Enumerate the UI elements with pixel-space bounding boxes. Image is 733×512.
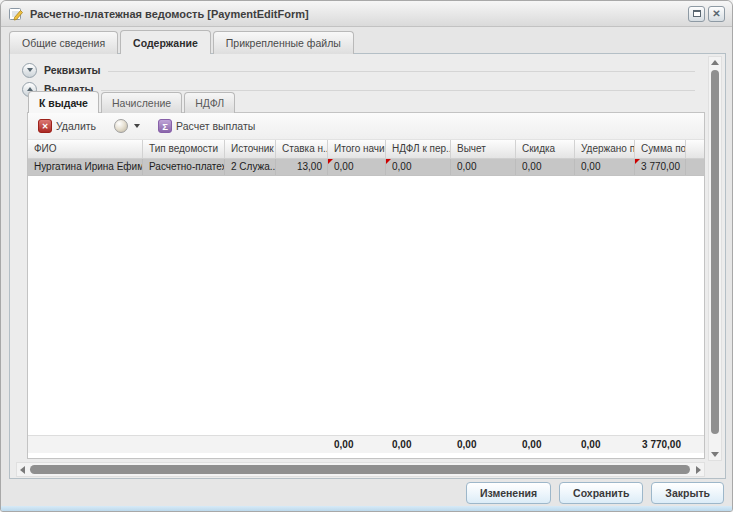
payments-tabbar: К выдаче Начисление НДФЛ	[28, 91, 235, 113]
tab-general-info[interactable]: Общие сведения	[9, 31, 118, 54]
summary-cell: 3 770,00	[635, 436, 686, 453]
close-window-button[interactable]: Закрыть	[651, 482, 724, 504]
vertical-scrollbar[interactable]	[708, 56, 722, 461]
edit-form-icon	[8, 6, 24, 22]
cell: 13,00	[276, 159, 328, 175]
calc-payment-button[interactable]: Σ Расчет выплаты	[155, 117, 258, 135]
summary-cell: 0,00	[386, 436, 451, 453]
save-button[interactable]: Сохранить	[559, 482, 643, 504]
cell: Расчетно-платеж...	[143, 159, 225, 175]
grid-toolbar: ✕ Удалить Σ Расчет выплаты	[28, 113, 704, 140]
summary-cell: 0,00	[328, 436, 386, 453]
button-label: Сохранить	[573, 487, 629, 499]
maximize-button[interactable]	[688, 6, 705, 22]
grid-header: ФИОТип ведомостиИсточникСтавка н...Итого…	[28, 140, 704, 159]
window-title: Расчетно-платежная ведомость [PaymentEdi…	[30, 8, 685, 20]
arrow-down-icon	[711, 452, 719, 457]
arrow-up-icon	[711, 60, 719, 65]
vertical-scroll-thumb[interactable]	[711, 70, 719, 434]
divider	[108, 71, 695, 72]
summary-cell	[276, 436, 328, 453]
column-header[interactable]: НДФЛ к пер...	[386, 140, 451, 158]
grid-rows: Нургатина Ирина Ефимов...Расчетно-платеж…	[28, 159, 704, 176]
column-header[interactable]: Удержано по...	[575, 140, 635, 158]
column-header[interactable]: Ставка н...	[276, 140, 328, 158]
tab-label: Общие сведения	[22, 37, 105, 49]
tab-accrual[interactable]: Начисление	[101, 92, 182, 113]
column-header[interactable]: Сумма по...	[635, 140, 686, 158]
sigma-icon: Σ	[158, 119, 172, 133]
requisites-collapse-toggle[interactable]	[22, 63, 37, 78]
cell: Нургатина Ирина Ефимов...	[28, 159, 143, 175]
column-header-spacer	[686, 140, 704, 158]
button-label: Закрыть	[665, 487, 710, 499]
calc-label: Расчет выплаты	[176, 120, 255, 132]
summary-cell: 0,00	[575, 436, 635, 453]
scroll-right-button[interactable]	[693, 463, 704, 476]
payments-grid-panel: ✕ Удалить Σ Расчет выплаты ФИОТип ведомо…	[27, 112, 705, 459]
tab-label: К выдаче	[39, 97, 88, 109]
changes-button[interactable]: Изменения	[466, 482, 551, 504]
footer-toolbar: Изменения Сохранить Закрыть	[1, 480, 732, 505]
chevron-down-icon	[27, 68, 33, 72]
summary-row: 0,000,000,000,000,003 770,00	[28, 435, 704, 453]
delete-label: Удалить	[56, 120, 96, 132]
tab-label: Содержание	[133, 37, 198, 49]
tab-label: Начисление	[112, 97, 171, 109]
cell: 0,00	[575, 159, 635, 175]
requisites-label: Реквизиты	[44, 64, 101, 76]
tab-to-issue[interactable]: К выдаче	[28, 91, 99, 113]
cell: 3 770,00	[635, 159, 686, 175]
arrow-right-icon	[696, 466, 701, 474]
cell: 0,00	[328, 159, 386, 175]
button-label: Изменения	[480, 487, 537, 499]
cell: 0,00	[451, 159, 516, 175]
summary-spacer	[686, 436, 704, 453]
column-header[interactable]: Источник	[225, 140, 276, 158]
summary-cell: 0,00	[451, 436, 516, 453]
summary-cell	[225, 436, 276, 453]
summary-cell	[28, 436, 143, 453]
arrow-left-icon	[20, 466, 25, 474]
tab-label: Прикрепленные файлы	[226, 37, 341, 49]
horizontal-scrollbar[interactable]	[16, 462, 705, 477]
operations-icon	[114, 119, 128, 133]
column-header[interactable]: Вычет	[451, 140, 516, 158]
tab-panel-body: Реквизиты Выплаты К выдаче Начисление НД…	[9, 53, 726, 479]
chevron-down-icon	[134, 124, 140, 128]
maximize-icon	[693, 10, 701, 17]
delete-icon: ✕	[38, 119, 52, 133]
table-row[interactable]: Нургатина Ирина Ефимов...Расчетно-платеж…	[28, 159, 704, 176]
column-header[interactable]: Тип ведомости	[143, 140, 225, 158]
column-header[interactable]: Итого начис...	[328, 140, 386, 158]
scroll-left-button[interactable]	[17, 463, 28, 476]
cell: 2 Служа...	[225, 159, 276, 175]
summary-cell	[143, 436, 225, 453]
close-button[interactable]: ✕	[708, 6, 725, 22]
tab-attached-files[interactable]: Прикрепленные файлы	[213, 31, 354, 54]
payment-edit-form-window: Расчетно-платежная ведомость [PaymentEdi…	[0, 0, 733, 512]
column-header[interactable]: Скидка	[516, 140, 575, 158]
tab-label: НДФЛ	[195, 97, 224, 109]
tab-ndfl[interactable]: НДФЛ	[184, 92, 235, 113]
cell: 0,00	[516, 159, 575, 175]
scroll-down-button[interactable]	[709, 449, 721, 460]
summary-cell: 0,00	[516, 436, 575, 453]
window-titlebar[interactable]: Расчетно-платежная ведомость [PaymentEdi…	[1, 1, 732, 27]
delete-button[interactable]: ✕ Удалить	[35, 117, 99, 135]
column-header[interactable]: ФИО	[28, 140, 143, 158]
horizontal-scroll-thumb[interactable]	[30, 465, 690, 474]
scroll-up-button[interactable]	[709, 57, 721, 68]
grid-bottom-spacer	[28, 453, 704, 458]
main-tabbar: Общие сведения Содержание Прикрепленные …	[9, 30, 708, 54]
requisites-section-header: Реквизиты	[22, 62, 695, 78]
window-bottom-edge	[1, 506, 732, 511]
operations-menu-button[interactable]	[111, 117, 143, 135]
close-icon: ✕	[712, 8, 720, 19]
grid-body[interactable]	[28, 176, 704, 435]
cell: 0,00	[386, 159, 451, 175]
tab-content[interactable]: Содержание	[120, 30, 211, 54]
